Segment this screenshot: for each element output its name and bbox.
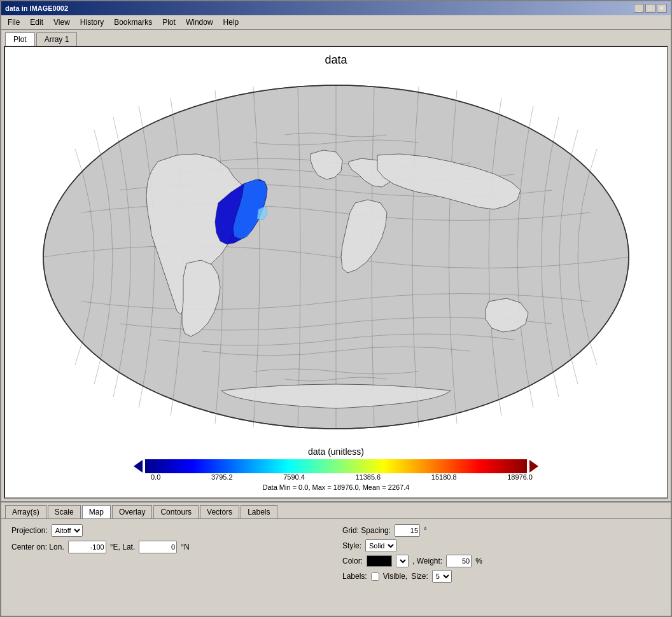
style-row: Style: Solid [342,539,661,552]
grid-spacing-input[interactable] [395,524,420,537]
projection-label: Projection: [11,526,48,535]
tab-contours[interactable]: Contours [153,505,199,518]
plot-title: data [325,53,347,67]
colorbar-label-0: 0.0 [151,473,160,481]
menu-help[interactable]: Help [220,17,243,28]
center-label: Center on: Lon. [11,543,64,551]
main-content: data [4,46,668,499]
menu-view[interactable]: View [50,17,74,28]
left-settings: Projection: Aitoff Center on: Lon. °E, L… [11,524,330,583]
weight-label: , Weight: [412,557,442,565]
center-lat-unit: °N [181,543,189,551]
globe-container [11,70,661,443]
center-row: Center on: Lon. °E, Lat. °N [11,541,330,553]
projection-select[interactable]: Aitoff [52,524,83,537]
globe-svg [31,79,641,435]
colorbar-gradient [145,459,527,473]
tab-map[interactable]: Map [82,505,111,518]
labels-visible-checkbox[interactable] [371,572,379,581]
close-button[interactable]: ✕ [657,4,667,13]
grid-row: Grid: Spacing: ° [342,524,661,537]
projection-row: Projection: Aitoff [11,524,330,537]
menu-plot[interactable]: Plot [158,17,179,28]
map-settings: Projection: Aitoff Center on: Lon. °E, L… [1,519,671,588]
menu-bookmarks[interactable]: Bookmarks [110,17,156,28]
labels-row: Labels: Visible, Size: 5 [342,570,661,583]
style-label: Style: [342,541,361,550]
tab-vectors[interactable]: Vectors [200,505,239,518]
colorbar-label-3: 11385.6 [355,473,381,481]
bottom-panel: Array(s) Scale Map Overlay Contours Vect… [1,501,671,616]
plot-area: data [5,47,667,497]
menu-bar: File Edit View History Bookmarks Plot Wi… [1,15,671,30]
title-bar: data in IMAGE0002 _ □ ✕ [1,1,671,15]
colorbar-arrow-right [529,460,538,473]
minimize-button[interactable]: _ [634,4,644,13]
center-lon-unit: °E, Lat. [110,543,136,551]
grid-unit: ° [424,526,427,535]
maximize-button[interactable]: □ [645,4,655,13]
color-swatch[interactable] [367,555,392,567]
tab-overlay[interactable]: Overlay [112,505,152,518]
style-select[interactable]: Solid [365,539,396,552]
menu-edit[interactable]: Edit [26,17,47,28]
color-label: Color: [342,557,363,565]
menu-file[interactable]: File [4,17,24,28]
menu-window[interactable]: Window [182,17,217,28]
main-tabs: Plot Array 1 [1,30,671,46]
visible-label: Visible, [383,572,407,581]
colorbar-label-2: 7590.4 [283,473,305,481]
grid-label: Grid: Spacing: [342,526,391,535]
colorbar-label-1: 3795.2 [211,473,233,481]
size-label: Size: [411,572,428,581]
tab-array1[interactable]: Array 1 [36,32,78,46]
colorbar-row [134,459,538,473]
bottom-tabs: Array(s) Scale Map Overlay Contours Vect… [1,503,671,519]
menu-history[interactable]: History [76,17,108,28]
labels-label: Labels: [342,572,367,581]
main-window: data in IMAGE0002 _ □ ✕ File Edit View H… [0,0,672,617]
center-lon-input[interactable] [68,541,106,553]
colorbar-labels: 0.0 3795.2 7590.4 11385.6 15180.8 18976.… [151,473,533,481]
colorbar-label-5: 18976.0 [507,473,533,481]
tab-plot[interactable]: Plot [5,32,35,46]
colorbar-section: data (unitless) 0.0 3795.2 7590.4 11385.… [134,447,538,491]
tab-scale[interactable]: Scale [48,505,81,518]
window-title: data in IMAGE0002 [5,4,68,12]
center-lat-input[interactable] [139,541,177,553]
window-controls: _ □ ✕ [634,4,667,13]
colorbar-arrow-left [134,460,143,473]
colorbar-title: data (unitless) [308,447,364,457]
weight-input[interactable] [446,555,472,567]
color-select[interactable] [396,555,409,567]
tab-labels[interactable]: Labels [241,505,277,518]
right-settings: Grid: Spacing: ° Style: Solid Color: , W… [342,524,661,583]
tab-arrays[interactable]: Array(s) [5,505,46,518]
labels-size-select[interactable]: 5 [432,570,452,583]
colorbar-label-4: 15180.8 [431,473,457,481]
color-row: Color: , Weight: % [342,555,661,567]
weight-unit: % [475,557,482,565]
stats-text: Data Min = 0.0, Max = 18976.0, Mean = 22… [263,483,410,491]
